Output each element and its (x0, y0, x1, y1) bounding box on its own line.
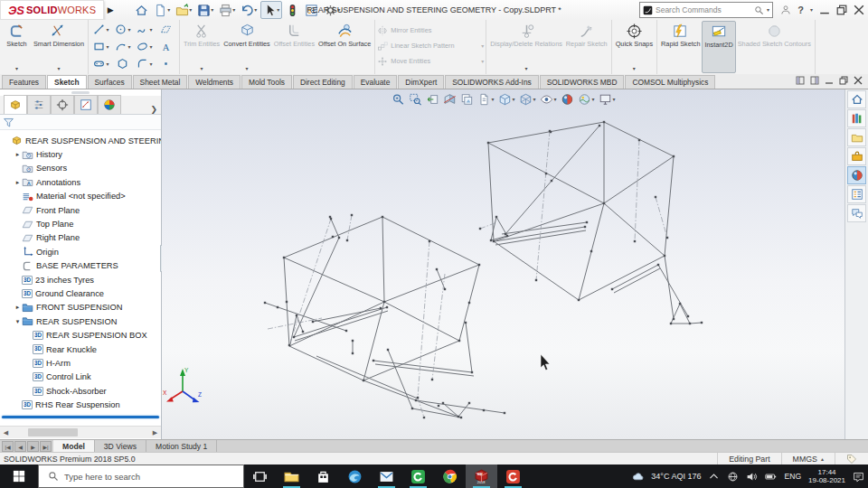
tab-sheet-metal[interactable]: Sheet Metal (133, 75, 188, 89)
network-icon[interactable] (727, 471, 739, 483)
tree-item-rear-suspension-and-steering-geome[interactable]: REAR SUSPENSION AND STEERING GEOME (0, 134, 161, 147)
scroll-right-icon[interactable]: ▶ (149, 429, 161, 436)
home-button[interactable] (133, 2, 150, 18)
tree-expander-icon[interactable]: ▸ (14, 151, 22, 158)
action-center-icon[interactable] (853, 471, 864, 483)
print-caret-icon[interactable]: ▾ (232, 7, 235, 13)
shaded-sketch-contours-button[interactable]: Shaded Sketch Contours (736, 21, 813, 73)
section-view-button[interactable] (442, 92, 457, 107)
display-style-caret-icon[interactable]: ▾ (533, 97, 535, 102)
minimize-button[interactable] (819, 5, 830, 15)
sketch-button[interactable]: Sketch ▾ (2, 21, 32, 73)
bottom-tab-motion-study-1[interactable]: Motion Study 1 (146, 440, 217, 453)
move-entities-button[interactable]: Move Entities ▾ (377, 53, 484, 69)
tree-item-h-arm[interactable]: 3DH-Arm (0, 356, 161, 370)
weather-text[interactable]: 34°C AQI 176 (651, 472, 701, 481)
manager-tab-dimxpertmanager[interactable] (74, 95, 98, 114)
point-button[interactable] (156, 58, 177, 70)
apply-scene-button[interactable]: ▾ (578, 92, 596, 107)
tab-dimxpert[interactable]: DimXpert (398, 75, 444, 89)
sketch-fillet-button[interactable]: ▾ (134, 58, 156, 70)
rollback-bar[interactable] (2, 416, 159, 418)
offset-on-surface-button[interactable]: Offset On Surface (316, 21, 373, 73)
tree-item-material-not-specified-[interactable]: Material <not specified> (0, 190, 161, 203)
edge-taskbar-button[interactable] (339, 465, 371, 488)
tree-horizontal-scrollbar[interactable]: ◀ ▶ (0, 426, 161, 438)
tree-item-front-suspension[interactable]: ▸FRONT SUSPENSION (0, 301, 161, 314)
tree-item-sensors[interactable]: Sensors (0, 162, 161, 175)
tree-item-rear-knuckle[interactable]: 3DRear Knuckle (0, 343, 161, 356)
tree-item-23-inches-tyres[interactable]: 3D23 inches Tyres (0, 273, 161, 286)
tree-item-rear-suspension[interactable]: ▾REAR SUSPENSION (0, 314, 161, 328)
tree-item-front-plane[interactable]: Front Plane (0, 203, 161, 217)
open-button[interactable]: ▾ (174, 2, 193, 18)
sketch-plane-button[interactable] (156, 23, 177, 35)
manager-tab-propertymanager[interactable] (27, 95, 51, 114)
help-button[interactable]: ? (797, 5, 804, 15)
pane-right-icon[interactable] (810, 76, 819, 85)
zoom-to-fit-button[interactable] (391, 92, 405, 107)
close-button[interactable] (854, 5, 864, 15)
annotation-views-caret-icon[interactable]: ▾ (491, 97, 494, 102)
hide-show-items-button[interactable]: ▾ (540, 92, 558, 107)
solidworks-taskbar-button[interactable]: SW2018 (466, 465, 497, 488)
manager-tab-displaymanager[interactable] (98, 95, 121, 114)
view-settings-button[interactable]: ▾ (599, 92, 617, 107)
help-caret-icon[interactable]: ▾ (810, 7, 813, 13)
spline-caret-icon[interactable]: ▾ (149, 27, 152, 33)
tab-nav-button[interactable]: ◀ (14, 441, 26, 452)
tree-item-control-link[interactable]: 3DControl Link (0, 371, 161, 384)
sketch-text-button[interactable]: A (156, 41, 177, 52)
tree-item-rear-suspension-box[interactable]: 3DREAR SUSPENSION BOX (0, 328, 161, 342)
tag-cell[interactable] (835, 453, 868, 465)
circle-caret-icon[interactable]: ▾ (127, 27, 130, 33)
repair-sketch-button[interactable]: Repair Sketch (564, 21, 609, 73)
slot-button[interactable]: ▾ (90, 58, 112, 70)
graphics-viewport[interactable]: YXZ ▾▾▾▾▾▾ (162, 89, 845, 439)
search-icon[interactable] (754, 5, 764, 15)
instant2d-button[interactable]: Instant2D (702, 21, 735, 73)
arc-caret-icon[interactable]: ▾ (127, 44, 130, 50)
undo-caret-icon[interactable]: ▾ (254, 7, 257, 13)
offset-entities-button[interactable]: Offset Entities (272, 21, 316, 73)
display-style-button[interactable]: ▾ (518, 92, 536, 107)
line-caret-icon[interactable]: ▾ (106, 27, 108, 33)
tab-mold-tools[interactable]: Mold Tools (241, 75, 292, 89)
ellipse-button[interactable]: ▾ (134, 41, 156, 52)
volume-icon[interactable] (746, 471, 758, 483)
zoom-to-area-button[interactable] (408, 92, 422, 107)
options-caret-icon[interactable]: ▾ (337, 7, 340, 13)
bottom-tab-model[interactable]: Model (53, 440, 95, 453)
tree-expander-icon[interactable]: ▸ (14, 179, 22, 186)
tab-weldments[interactable]: Weldments (188, 75, 241, 89)
view-orientation-caret-icon[interactable]: ▾ (512, 97, 514, 102)
search-commands-input[interactable]: Search Commands (656, 5, 751, 14)
file-explorer-taskbar-button[interactable] (276, 465, 307, 488)
tree-item-history[interactable]: ▸History (0, 147, 161, 161)
tab-nav-button[interactable]: ▶ (27, 441, 39, 452)
search-caret-icon[interactable]: ▾ (767, 7, 769, 13)
tree-filter-row[interactable] (0, 115, 161, 130)
doc-restore-button[interactable] (839, 76, 848, 85)
tree-item-base-parameters[interactable]: BASE PARAMETERS (0, 259, 161, 273)
display-delete-relations-button[interactable]: Display/Delete Relations ▾ (488, 21, 564, 73)
tree-expander-icon[interactable]: ▾ (14, 318, 22, 325)
sketch-fillet-caret-icon[interactable]: ▾ (149, 61, 152, 67)
tree-item-annotations[interactable]: ▸AAnnotations (0, 175, 161, 189)
tab-comsol-multiphysics[interactable]: COMSOL Multiphysics (625, 75, 715, 89)
linear-sketch-pattern-button[interactable]: Linear Sketch Pattern ▾ (377, 38, 484, 53)
hide-show-items-caret-icon[interactable]: ▾ (554, 97, 557, 102)
filter-funnel-icon[interactable] (3, 117, 14, 128)
solidworks-logo[interactable]: ЭS SOLID WORKS (0, 0, 104, 20)
polygon-button[interactable] (112, 58, 134, 70)
weather-icon[interactable] (632, 471, 644, 483)
save-button[interactable]: ▾ (195, 2, 215, 18)
line-button[interactable]: ▾ (90, 23, 112, 35)
ellipse-caret-icon[interactable]: ▾ (149, 44, 152, 50)
select-cursor-caret-icon[interactable]: ▾ (277, 7, 279, 13)
print-button[interactable]: ▾ (217, 2, 237, 18)
camtasia-recorder-taskbar-button[interactable] (497, 465, 529, 488)
microsoft-store-taskbar-button[interactable] (307, 465, 339, 488)
clock[interactable]: 17:44 19-08-2021 (808, 468, 845, 484)
task-scheduler-button[interactable] (303, 2, 320, 18)
